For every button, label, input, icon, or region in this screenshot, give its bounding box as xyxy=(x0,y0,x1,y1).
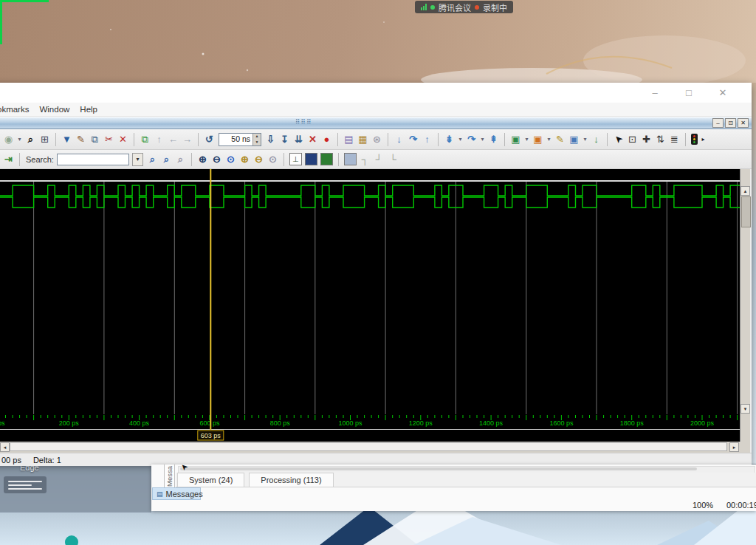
transcript-caret[interactable]: ▾ xyxy=(16,132,23,146)
ruler-label: 2000 ps xyxy=(690,419,715,427)
scroll-up-button[interactable]: ▲ xyxy=(740,186,750,196)
step-over-button[interactable]: ↷ xyxy=(407,132,419,146)
save-button[interactable]: ▼ xyxy=(61,132,73,146)
zoom-others-button[interactable]: ⊙ xyxy=(267,152,279,166)
add-to-wave-caret[interactable]: ▾ xyxy=(523,132,530,146)
spin-down-icon[interactable]: ▼ xyxy=(253,140,261,145)
scroll-down-button[interactable]: ▼ xyxy=(740,404,750,414)
desktop-list-widget[interactable] xyxy=(4,476,47,493)
navigate-back-button[interactable]: ← xyxy=(167,132,179,146)
search-input[interactable] xyxy=(57,154,129,165)
step-out-instance-button[interactable]: ⇞ xyxy=(487,132,500,146)
pan-mode-button[interactable]: ✚ xyxy=(640,132,653,146)
zoom-full-button[interactable]: ⊙ xyxy=(224,152,237,166)
drag-grip-icon[interactable]: ⠿⠿⠿ xyxy=(295,118,312,126)
menu-window[interactable]: Window xyxy=(39,105,69,114)
signal-filter-button[interactable]: ⇥ xyxy=(2,152,15,166)
messages-scroll-thumb[interactable] xyxy=(180,467,697,470)
status-delta: Delta: 1 xyxy=(33,456,61,465)
zoom-mode-button[interactable]: ⊡ xyxy=(626,132,639,146)
invert-button[interactable] xyxy=(320,153,333,165)
pane-close-button[interactable]: ✕ xyxy=(738,118,749,128)
scroll-right-button[interactable]: ▸ xyxy=(729,442,739,452)
navigate-forward-button[interactable]: → xyxy=(181,132,193,146)
wave-horizontal-scrollbar[interactable]: ◂ ▸ xyxy=(0,442,750,453)
find-previous-button[interactable]: ⌕ xyxy=(160,152,173,166)
step-into-instance-button[interactable]: ⇟ xyxy=(443,132,456,146)
pane-dock-button[interactable]: ⊡ xyxy=(725,118,736,128)
minimize-button[interactable]: – xyxy=(638,87,672,98)
extend-edges-button[interactable]: └ xyxy=(387,152,399,166)
add-to-wave-button[interactable]: ▣ xyxy=(509,132,522,146)
continue-run-button[interactable]: ↧ xyxy=(278,132,291,146)
edit-wave-button[interactable]: ✎ xyxy=(554,132,566,146)
navigate-up-button[interactable]: ↑ xyxy=(153,132,165,146)
tab-system[interactable]: System (24) xyxy=(177,473,244,487)
header-separator xyxy=(0,180,740,182)
run-length-value[interactable]: 50 ns xyxy=(219,134,252,145)
edit-mode-button[interactable]: ⇅ xyxy=(654,132,667,146)
cut-button[interactable]: ✂ xyxy=(103,132,115,146)
toolbar-separator xyxy=(198,133,199,146)
transcript-icon[interactable]: ◉ xyxy=(2,132,15,146)
spin-up-icon[interactable]: ▲ xyxy=(253,134,261,140)
search-options-button[interactable]: ⌕ xyxy=(174,152,187,166)
messages-vertical-tab[interactable]: Messa xyxy=(164,465,175,489)
close-button[interactable]: ✕ xyxy=(706,87,740,98)
insert-pulse-button[interactable]: ⊥ xyxy=(289,153,302,165)
stop-light-button[interactable] xyxy=(691,134,698,145)
zoom-range-button[interactable]: ⊖ xyxy=(252,152,265,166)
wave-vertical-scrollbar[interactable]: ▲ ▼ xyxy=(740,169,750,442)
stretch-edge-button[interactable]: ┐ xyxy=(359,152,371,166)
stop-button[interactable]: ● xyxy=(320,132,333,146)
scroll-thumb[interactable] xyxy=(741,196,751,227)
menu-bookmarks[interactable]: okmarks xyxy=(0,105,29,114)
zoom-out-button[interactable]: ⊖ xyxy=(210,152,223,166)
zoom-in-button[interactable]: ⊕ xyxy=(196,152,209,166)
profile-report-button[interactable]: ▤ xyxy=(343,132,355,146)
zoom-cursor-button[interactable]: ⊕ xyxy=(238,152,251,166)
run-all-button[interactable]: ⇊ xyxy=(292,132,305,146)
ruler-label: 400 ps xyxy=(129,419,150,427)
memory-profile-button[interactable]: ▦ xyxy=(357,132,369,146)
virtual-signal-button[interactable]: ≣ xyxy=(668,132,681,146)
hscroll-thumb[interactable] xyxy=(10,442,727,451)
copy-button[interactable]: ⧉ xyxy=(139,132,151,146)
step-over-instance-caret[interactable]: ▾ xyxy=(479,132,486,146)
save-format-button[interactable]: ▣ xyxy=(568,132,580,146)
save-format-caret[interactable]: ▾ xyxy=(582,132,588,146)
scroll-left-button[interactable]: ◂ xyxy=(0,442,10,452)
stop-light-caret[interactable]: ▸ xyxy=(700,132,707,146)
find-button[interactable]: ⌕ xyxy=(24,132,37,146)
mirror-button[interactable] xyxy=(344,153,357,165)
run-button[interactable]: ⇩ xyxy=(264,132,277,146)
add-to-list-caret[interactable]: ▾ xyxy=(546,132,552,146)
expand-window-button[interactable]: ⊞ xyxy=(38,132,51,146)
meeting-indicator[interactable]: 腾讯会议 录制中 xyxy=(415,1,513,13)
maximize-button[interactable]: □ xyxy=(672,87,706,98)
open-windows-button[interactable]: ⧉ xyxy=(89,132,101,146)
menu-help[interactable]: Help xyxy=(80,105,97,114)
step-into-button[interactable]: ↓ xyxy=(393,132,405,146)
select-mode-button[interactable]: ➤ xyxy=(609,130,628,148)
step-over-instance-button[interactable]: ↷ xyxy=(465,132,478,146)
pane-minimize-button[interactable]: – xyxy=(712,118,724,128)
step-into-instance-caret[interactable]: ▾ xyxy=(457,132,464,146)
tab-messages[interactable]: ▤ Messages xyxy=(152,487,201,500)
restart-button[interactable]: ↺ xyxy=(203,132,216,146)
pane-header-strip[interactable]: ⠿⠿⠿ – ⊡ ✕ xyxy=(0,117,752,129)
wave-canvas[interactable]: 0 ps200 ps400 ps600 ps800 ps1000 ps1200 … xyxy=(0,169,740,442)
break-button[interactable]: ✕ xyxy=(306,132,319,146)
search-caret[interactable]: ▾ xyxy=(132,153,143,166)
delete-button[interactable]: ✕ xyxy=(117,132,129,146)
move-edge-button[interactable]: ┘ xyxy=(373,152,385,166)
delete-edge-button[interactable] xyxy=(305,153,317,165)
step-out-button[interactable]: ↑ xyxy=(421,132,433,146)
add-to-list-button[interactable]: ▣ xyxy=(532,132,544,146)
reload-button[interactable]: ↓ xyxy=(590,132,602,146)
pause-button[interactable]: ⊛ xyxy=(371,132,383,146)
edit-source-button[interactable]: ✎ xyxy=(75,132,87,146)
run-length-field[interactable]: 50 ns▲▼ xyxy=(219,133,261,146)
tab-processing[interactable]: Processing (113) xyxy=(249,473,333,487)
find-next-button[interactable]: ⌕ xyxy=(146,152,159,166)
